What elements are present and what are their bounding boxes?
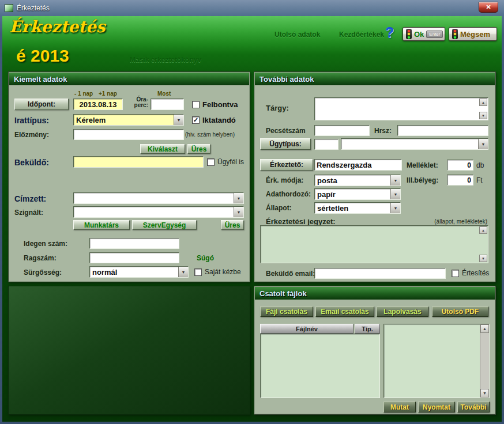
sugo-link[interactable]: Súgó <box>197 254 214 262</box>
idegen-szam-field[interactable] <box>89 238 179 249</box>
pecsetszam-field[interactable] <box>314 125 370 136</box>
erk-modja-dropdown[interactable]: posta ▼ <box>314 175 401 186</box>
chevron-down-icon[interactable]: ▼ <box>234 207 243 217</box>
ill-belyeg-field[interactable] <box>447 175 473 186</box>
chevron-down-icon[interactable]: ▼ <box>390 175 400 186</box>
adathordozo-dropdown[interactable]: papír ▼ <box>314 188 401 200</box>
email-csatolas-button[interactable]: Email csatolás <box>315 306 374 317</box>
ragszam-field[interactable] <box>89 252 179 263</box>
close-button[interactable]: ✕ <box>479 2 498 13</box>
jegyzet-field[interactable]: ▲ ▼ <box>260 225 488 263</box>
titlebar[interactable]: Érkeztetés ✕ <box>0 0 504 16</box>
szervegyseg-button[interactable]: SzervEgység <box>132 220 197 230</box>
szignalt-dropdown[interactable]: ▼ <box>73 206 244 218</box>
ures-button[interactable]: Üres <box>187 144 210 154</box>
app-title: Érkeztetés <box>9 17 105 36</box>
other-book-link[interactable]: Másik érkeztetőkönyv <box>130 56 201 64</box>
ft-label: Ft <box>476 176 483 184</box>
ugytipus-button[interactable]: Ügytípus: <box>260 138 311 150</box>
scroll-up-icon[interactable]: ▲ <box>480 324 489 333</box>
checkbox-box[interactable] <box>192 101 200 108</box>
ugyfel-is-checkbox[interactable]: Ügyfél is <box>207 158 244 166</box>
idopont-button[interactable]: Időpont: <box>14 99 69 110</box>
ok-button[interactable]: Ok Enter <box>403 27 445 41</box>
last-data-link[interactable]: Utolsó adatok <box>274 31 320 39</box>
allapot-label: Állapot: <box>266 204 292 212</box>
minus-day-link[interactable]: - 1 nap <box>74 90 93 97</box>
felbontva-checkbox[interactable]: Felbontva <box>192 100 238 109</box>
kivalaszt-button[interactable]: Kiválaszt <box>140 144 185 154</box>
scroll-down-icon[interactable]: ▼ <box>479 112 487 119</box>
ugytipus-code-field[interactable] <box>314 139 338 150</box>
cimzett-value <box>74 193 234 203</box>
hrsz-field[interactable] <box>397 125 488 136</box>
allapot-dropdown[interactable]: sértetlen ▼ <box>314 202 401 214</box>
window-title: Érkeztetés <box>17 4 50 12</box>
db-label: db <box>476 161 484 169</box>
window-icon <box>5 4 13 12</box>
checkbox-box[interactable] <box>207 158 215 166</box>
irattipus-value: Kérelem <box>74 115 174 125</box>
scroll-down-icon[interactable]: ▼ <box>480 389 489 398</box>
erkezteto-field[interactable] <box>314 159 402 171</box>
plus-day-link[interactable]: +1 nap <box>99 90 117 97</box>
ugytipus-dropdown[interactable]: ▼ <box>341 138 488 150</box>
chevron-down-icon[interactable]: ▼ <box>234 193 243 203</box>
allapot-value: sértetlen <box>315 203 390 213</box>
ugytipus-value <box>341 139 478 149</box>
chevron-down-icon[interactable]: ▼ <box>390 203 400 213</box>
bekuldo-field[interactable] <box>73 156 204 168</box>
hour-field[interactable] <box>151 99 184 110</box>
defaults-link[interactable]: Kezdőértékek <box>339 31 384 39</box>
fajlnev-column-header[interactable]: Fájlnév <box>260 324 353 334</box>
mutat-button[interactable]: Mutat <box>383 402 416 412</box>
bekuldo-label: Beküldő: <box>14 158 49 167</box>
munkatars-button[interactable]: Munkatárs <box>73 220 130 230</box>
file-list[interactable] <box>260 334 380 398</box>
date-field[interactable] <box>73 99 123 110</box>
cimzett-dropdown[interactable]: ▼ <box>73 192 244 204</box>
adathordozo-label: Adathordozó: <box>266 190 311 198</box>
chevron-down-icon[interactable]: ▼ <box>390 189 400 199</box>
scroll-up-icon[interactable]: ▲ <box>479 99 487 106</box>
iktatando-checkbox[interactable]: ✓ Iktatandó <box>192 116 236 124</box>
nyomtat-button[interactable]: Nyomtat <box>418 402 455 412</box>
preview-scrollbar[interactable]: ▲ ▼ <box>480 324 489 398</box>
checkbox-box[interactable]: ✓ <box>192 116 200 124</box>
fajl-csatolas-button[interactable]: Fájl csatolás <box>260 306 313 317</box>
elozmeny-field[interactable] <box>73 129 184 140</box>
targy-field[interactable]: ▲ ▼ <box>314 97 488 120</box>
lapolvasas-button[interactable]: Lapolvasás <box>377 306 428 317</box>
scroll-down-icon[interactable]: ▼ <box>479 255 487 262</box>
ertesites-checkbox[interactable]: Értesítés <box>452 269 489 277</box>
help-icon[interactable]: ? <box>385 24 394 41</box>
checkbox-box[interactable] <box>194 268 202 276</box>
bekuldo-email-field[interactable] <box>314 268 446 279</box>
preview-area[interactable]: ▲ ▼ <box>383 324 490 398</box>
ures2-button[interactable]: Üres <box>221 220 244 230</box>
surgosseg-label: Sürgősség: <box>24 268 62 277</box>
melleklet-field[interactable] <box>447 160 473 171</box>
ora-line2: perc: <box>134 102 148 108</box>
tovabbi-panel-title: További adatok <box>255 73 495 85</box>
irattipus-dropdown[interactable]: Kérelem ▼ <box>73 114 184 126</box>
chevron-down-icon[interactable]: ▼ <box>174 115 183 125</box>
chevron-down-icon[interactable]: ▼ <box>178 267 188 277</box>
surgosseg-dropdown[interactable]: normál ▼ <box>89 266 189 278</box>
szignalt-value <box>74 207 234 217</box>
scroll-up-icon[interactable]: ▲ <box>479 226 487 234</box>
iktatando-label: Iktatandó <box>202 116 236 124</box>
ok-label: Ok <box>414 30 424 39</box>
checkbox-box[interactable] <box>452 270 459 277</box>
tovabbi-panel: További adatok Tárgy: ▲ ▼ Pecsétszám Hrs… <box>254 71 496 282</box>
ugyfel-is-label: Ügyfél is <box>217 158 244 166</box>
chevron-down-icon[interactable]: ▼ <box>478 139 488 149</box>
sajat-kezbe-checkbox[interactable]: Saját kézbe <box>194 268 241 276</box>
bottom-left-panel <box>8 286 250 415</box>
tip-column-header[interactable]: Típ. <box>355 324 380 334</box>
cancel-button[interactable]: Mégsem <box>449 27 497 41</box>
erkezteto-button[interactable]: Érkeztető: <box>260 159 313 171</box>
now-link[interactable]: Most <box>157 90 171 97</box>
utolso-pdf-button[interactable]: Utolsó PDF <box>432 306 488 317</box>
tovabbi-button[interactable]: További <box>457 402 490 412</box>
